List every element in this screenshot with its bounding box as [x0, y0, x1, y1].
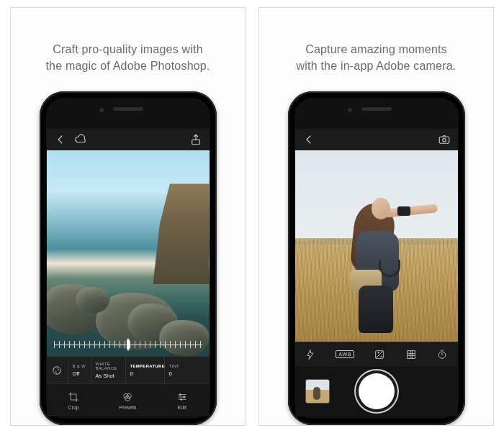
- setting-tint[interactable]: TINT 0: [165, 357, 210, 383]
- phone-screen-editor: B & W Off WHITE BALANCE As Shot TEMPERAT…: [47, 129, 210, 416]
- editor-tabs: Crop Presets Edit: [47, 383, 210, 416]
- setting-value: 0: [130, 370, 160, 377]
- svg-line-15: [376, 351, 384, 359]
- lens-settings-icon[interactable]: [47, 357, 68, 383]
- setting-value: As Shot: [96, 373, 121, 379]
- phone-frame: AWB: [288, 91, 465, 425]
- shutter-bar-spacer: [423, 379, 448, 404]
- svg-point-24: [438, 352, 445, 358]
- editor-settings-row: B & W Off WHITE BALANCE As Shot TEMPERAT…: [47, 356, 210, 383]
- setting-value: Off: [73, 370, 86, 377]
- tab-edit[interactable]: Edit: [155, 384, 209, 416]
- phone-frame: B & W Off WHITE BALANCE As Shot TEMPERAT…: [40, 91, 217, 425]
- camera-topbar: [295, 129, 458, 150]
- presets-icon: [122, 391, 133, 403]
- setting-label: TINT: [169, 364, 205, 368]
- flash-icon[interactable]: [305, 349, 316, 360]
- exposure-icon[interactable]: [374, 349, 385, 360]
- shutter-button[interactable]: [359, 373, 395, 409]
- setting-bw[interactable]: B & W Off: [68, 357, 91, 383]
- phone-sensor: [99, 108, 104, 112]
- tab-label: Presets: [120, 405, 137, 410]
- tab-presets[interactable]: Presets: [101, 384, 155, 416]
- tagline-line: Craft pro-quality images with: [53, 43, 203, 55]
- tab-label: Edit: [178, 405, 186, 410]
- promo-pane-editor: Craft pro-quality images with the magic …: [10, 7, 246, 426]
- tagline-line: with the in-app Adobe camera.: [297, 60, 456, 72]
- share-icon[interactable]: [189, 133, 202, 146]
- tagline-line: the magic of Adobe Photoshop.: [45, 60, 210, 72]
- photo-subject: [334, 185, 420, 336]
- promo-pane-camera: Capture amazing moments with the in-app …: [258, 7, 494, 426]
- photo-cliff: [153, 183, 210, 284]
- editor-topbar: [47, 129, 210, 150]
- camera-shutter-bar: [295, 366, 458, 416]
- last-photo-thumbnail[interactable]: [305, 379, 330, 404]
- camera-viewfinder[interactable]: [295, 150, 458, 342]
- edit-sliders-icon: [176, 391, 188, 403]
- setting-label: WHITE BALANCE: [96, 362, 121, 370]
- temperature-slider[interactable]: [54, 337, 202, 352]
- timer-icon[interactable]: [436, 349, 448, 360]
- svg-point-9: [183, 396, 184, 398]
- setting-temperature[interactable]: TEMPERATURE 0: [126, 357, 165, 383]
- tagline-line: Capture amazing moments: [305, 43, 447, 55]
- svg-rect-11: [439, 137, 449, 144]
- tagline-editor: Craft pro-quality images with the magic …: [45, 41, 210, 74]
- cloud-icon[interactable]: [74, 133, 87, 146]
- svg-marker-13: [307, 350, 313, 359]
- phone-speaker: [113, 107, 143, 111]
- switch-camera-icon[interactable]: [438, 133, 451, 146]
- tab-crop[interactable]: Crop: [47, 384, 101, 416]
- svg-rect-19: [407, 351, 415, 359]
- phone-sensor: [348, 108, 352, 112]
- setting-white-balance[interactable]: WHITE BALANCE As Shot: [91, 357, 126, 383]
- back-icon[interactable]: [54, 133, 67, 146]
- crop-icon: [68, 391, 79, 403]
- editor-photo[interactable]: [47, 150, 210, 356]
- awb-badge[interactable]: AWB: [336, 350, 354, 358]
- back-icon[interactable]: [302, 133, 315, 146]
- svg-point-10: [180, 398, 181, 400]
- svg-point-12: [442, 139, 446, 142]
- setting-label: B & W: [73, 364, 86, 368]
- setting-label: TEMPERATURE: [130, 364, 160, 368]
- setting-value: 0: [169, 370, 205, 377]
- tab-label: Crop: [68, 405, 79, 410]
- phone-screen-camera: AWB: [295, 129, 458, 416]
- phone-speaker: [361, 107, 392, 111]
- svg-point-8: [179, 394, 181, 396]
- tagline-camera: Capture amazing moments with the in-app …: [297, 41, 456, 74]
- grid-icon[interactable]: [405, 349, 417, 360]
- camera-controls-row: AWB: [295, 342, 458, 366]
